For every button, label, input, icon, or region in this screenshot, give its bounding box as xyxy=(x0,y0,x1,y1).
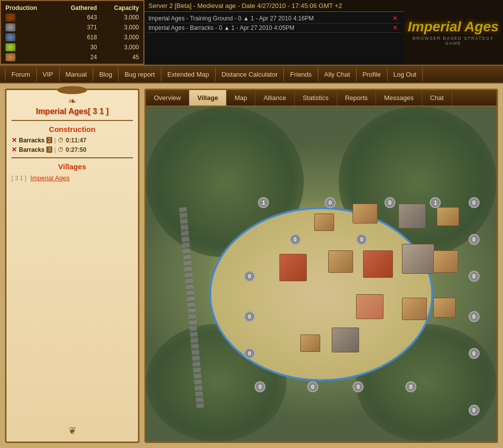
nav-blog[interactable]: Blog xyxy=(93,68,119,81)
cancel-construction-button[interactable]: ✕ xyxy=(11,146,17,153)
map-slot-badge[interactable]: 0 xyxy=(325,197,336,208)
nav-profile[interactable]: Profile xyxy=(357,68,387,81)
nav-bug-report[interactable]: Bug report xyxy=(119,68,161,81)
nav-bar: Forum VIP Manual Blog Bug report Extende… xyxy=(0,65,503,84)
map-slot-badge[interactable]: 0 xyxy=(469,311,480,322)
map-slot-badge[interactable]: 0 xyxy=(469,234,480,245)
map-slot-badge[interactable]: 1 xyxy=(258,197,269,208)
village-coordinates: [ 3 1 ] xyxy=(11,175,26,182)
food-icon xyxy=(5,43,15,51)
map-slot-badge[interactable]: 0 xyxy=(356,234,367,245)
map-slot-badge[interactable]: 0 xyxy=(244,348,255,359)
stone-gathered: 371 xyxy=(55,22,99,32)
iron-capacity: 3,000 xyxy=(99,32,141,42)
building[interactable] xyxy=(398,204,426,228)
iron-gathered: 618 xyxy=(55,32,99,42)
building[interactable] xyxy=(300,335,320,352)
building-level: 3 xyxy=(46,146,52,153)
tab-statistics[interactable]: Statistics xyxy=(295,90,337,106)
stone-icon xyxy=(5,23,15,31)
resource-pop-cell xyxy=(3,52,55,62)
building-level: 2 xyxy=(46,137,52,143)
res-header-gathered: Gathered xyxy=(55,3,99,12)
separator: | xyxy=(54,137,56,144)
map-slot-badge[interactable]: 0 xyxy=(290,234,301,245)
map-slot-badge[interactable]: 0 xyxy=(384,197,395,208)
map-slot-badge[interactable]: 0 xyxy=(469,405,480,416)
nav-extended-map[interactable]: Extended Map xyxy=(161,68,216,81)
building[interactable] xyxy=(332,328,359,352)
stone-capacity: 3,000 xyxy=(99,22,141,32)
construction-time: 0:11:47 xyxy=(66,137,86,144)
nav-manual[interactable]: Manual xyxy=(60,68,94,81)
construction-title: Construction xyxy=(11,125,133,133)
clock-icon: ⏱ xyxy=(58,137,64,144)
right-panel: Overview Village Map Alliance Statistics… xyxy=(144,89,498,443)
nav-ally-chat[interactable]: Ally Chat xyxy=(318,68,357,81)
food-capacity: 3,000 xyxy=(99,42,141,52)
building[interactable] xyxy=(314,214,334,231)
map-slot-badge[interactable]: 1 xyxy=(430,197,441,208)
map-slot-badge[interactable]: 0 xyxy=(405,381,416,392)
building[interactable] xyxy=(437,207,459,226)
notification-close-button[interactable]: ✕ xyxy=(390,15,399,22)
food-gathered: 30 xyxy=(55,42,99,52)
wood-capacity: 3,000 xyxy=(99,12,141,22)
nav-logout[interactable]: Log Out xyxy=(387,68,423,81)
iron-icon xyxy=(5,33,15,41)
map-slot-badge[interactable]: 0 xyxy=(307,381,318,392)
building[interactable] xyxy=(279,254,307,281)
village-name-link[interactable]: Imperial Ages xyxy=(30,174,70,182)
building[interactable] xyxy=(402,298,427,320)
notifications-panel: Imperial Ages - Training Ground - 0 ▲ 1 … xyxy=(144,12,403,65)
game-tabs: Overview Village Map Alliance Statistics… xyxy=(146,90,497,107)
clock-icon: ⏱ xyxy=(58,146,64,153)
building[interactable] xyxy=(433,298,456,318)
village-title: Imperial Ages[ 3 1 ] xyxy=(11,107,133,116)
building[interactable] xyxy=(353,204,377,224)
table-row: 618 3,000 xyxy=(3,32,141,42)
pop-gathered: 24 xyxy=(55,52,99,62)
pop-capacity: 45 xyxy=(99,52,141,62)
notification-close-button[interactable]: ✕ xyxy=(390,24,399,31)
building-name: Barracks xyxy=(19,137,44,144)
separator: | xyxy=(54,146,56,153)
tab-chat[interactable]: Chat xyxy=(422,90,452,106)
resource-stone-cell xyxy=(3,22,55,32)
resource-food-cell xyxy=(3,42,55,52)
building[interactable] xyxy=(356,294,383,319)
logo-subtitle: BROWSER BASED STRATEGY GAME xyxy=(413,36,494,46)
map-slot-badge[interactable]: 0 xyxy=(254,381,265,392)
tab-messages[interactable]: Messages xyxy=(376,90,422,106)
building[interactable] xyxy=(363,250,393,278)
map-container: 1001000000000000000 xyxy=(146,107,497,442)
resources-panel: Production Gathered Capacity 643 3,000 3… xyxy=(0,0,144,65)
cancel-construction-button[interactable]: ✕ xyxy=(11,136,17,144)
table-row: 24 45 xyxy=(3,52,141,62)
village-oval xyxy=(209,207,434,381)
tab-reports[interactable]: Reports xyxy=(337,90,377,106)
tab-overview[interactable]: Overview xyxy=(146,90,189,106)
tab-village[interactable]: Village xyxy=(189,90,227,106)
building[interactable] xyxy=(328,250,353,273)
table-row: 371 3,000 xyxy=(3,22,141,32)
resources-table: Production Gathered Capacity 643 3,000 3… xyxy=(3,3,141,62)
population-icon xyxy=(5,53,15,61)
nav-forum[interactable]: Forum xyxy=(5,68,37,81)
map-slot-badge[interactable]: 0 xyxy=(244,271,255,282)
nav-friends[interactable]: Friends xyxy=(284,68,318,81)
map-slot-badge[interactable]: 0 xyxy=(469,348,480,359)
building[interactable] xyxy=(402,244,434,274)
notification-item: Imperial Ages - Barracks - 0 ▲ 1 - Apr 2… xyxy=(146,23,401,33)
map-slot-badge[interactable]: 0 xyxy=(469,197,480,208)
tab-map[interactable]: Map xyxy=(227,90,255,106)
map-slot-badge[interactable]: 0 xyxy=(469,271,480,282)
nav-distance-calculator[interactable]: Distance Calculator xyxy=(216,68,284,81)
notification-text: Imperial Ages - Training Ground - 0 ▲ 1 … xyxy=(148,15,390,22)
building[interactable] xyxy=(433,250,458,273)
divider xyxy=(11,120,133,121)
tab-alliance[interactable]: Alliance xyxy=(255,90,295,106)
notification-item: Imperial Ages - Training Ground - 0 ▲ 1 … xyxy=(146,14,401,23)
map-slot-badge[interactable]: 0 xyxy=(244,311,255,322)
nav-vip[interactable]: VIP xyxy=(37,68,60,81)
